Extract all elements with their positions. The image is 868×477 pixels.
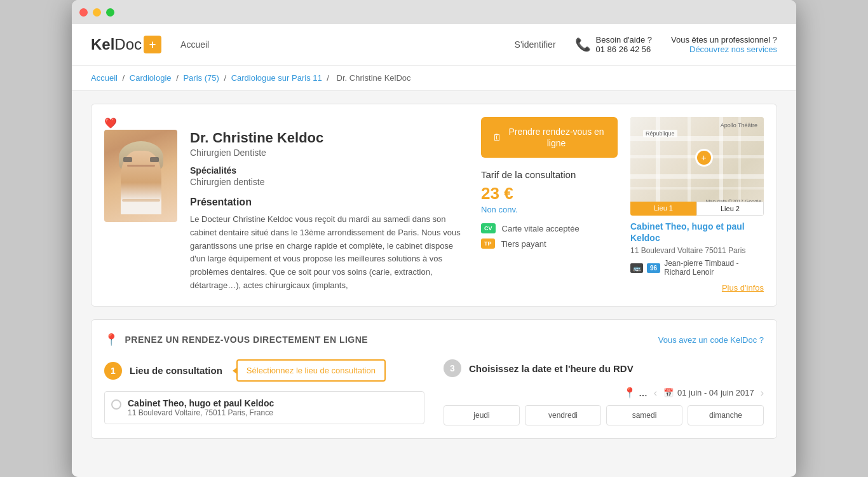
plus-info-row: Plus d'infos	[630, 282, 764, 293]
doctor-specialty-sub: Chirurgien Dentiste	[190, 148, 468, 158]
prev-date-button[interactable]: ‹	[654, 387, 657, 399]
breadcrumb-paris[interactable]: Paris (75)	[183, 73, 219, 83]
tarif-conv: Non conv.	[481, 205, 618, 214]
step3-header: 3 Choisissez la date et l'heure du RDV	[444, 359, 764, 377]
pro-link[interactable]: Découvrez nos services	[671, 45, 777, 54]
select-location-button[interactable]: Sélectionnez le lieu de consultation	[236, 359, 386, 382]
phone-icon: 📞	[575, 37, 591, 52]
breadcrumb-accueil[interactable]: Accueil	[91, 73, 118, 83]
rdv-right: 3 Choisissez la date et l'heure du RDV 📍…	[444, 359, 764, 425]
presentation-text: Le Docteur Christine Keldoc vous reçoit …	[190, 213, 468, 293]
map-background: + République Apollo Théâtre Map data ©20…	[630, 117, 764, 216]
logo[interactable]: KelDoc +	[91, 36, 161, 53]
map-tab-lieu1[interactable]: Lieu 1	[630, 202, 696, 216]
location-option[interactable]: Cabinet Theo, hugo et paul Keldoc 11 Bou…	[104, 391, 424, 424]
plus-info-link[interactable]: Plus d'infos	[722, 283, 764, 293]
transport-row: 🚌 96 Jean-pierre Timbaud - Richard Lenoi…	[630, 259, 764, 277]
heart-icon[interactable]: ❤️	[104, 117, 117, 129]
cabinet-name: Cabinet Theo, hugo et paul Keldoc	[630, 221, 764, 244]
transport-label: Jean-pierre Timbaud - Richard Lenoir	[664, 259, 764, 277]
map-label-republique: République	[643, 130, 677, 137]
rdv-left: 1 Lieu de consultation Sélectionnez le l…	[104, 359, 424, 425]
logo-text: KelDoc	[91, 36, 142, 53]
doctor-name: Dr. Christine Keldoc	[190, 130, 468, 146]
nav-accueil[interactable]: Accueil	[180, 39, 209, 50]
presentation-title: Présentation	[190, 197, 468, 208]
bus-number: 96	[647, 263, 660, 273]
doctor-photo	[104, 130, 177, 293]
pin-small-icon: 📍	[623, 387, 636, 398]
location-option-name: Cabinet Theo, hugo et paul Keldoc	[128, 398, 274, 408]
carte-vitale-row: CV Carte vitale acceptée	[481, 223, 618, 233]
speciality-value: Chirurgien dentiste	[190, 177, 468, 187]
map-pin-icon: +	[695, 149, 713, 167]
bus-icon: 🚌	[630, 263, 643, 273]
step3-title: Choisissez la date et l'heure du RDV	[469, 363, 634, 374]
location-pin-icon: 📍	[104, 333, 119, 347]
phone-number: 01 86 26 42 56	[596, 45, 653, 54]
phone-label: Besoin d'aide ?	[596, 35, 653, 45]
radio-button[interactable]	[111, 399, 121, 410]
tiers-payant-row: TP Tiers payant	[481, 238, 618, 249]
next-date-button[interactable]: ›	[761, 387, 764, 399]
card-left: ❤️	[104, 117, 468, 293]
site-header: KelDoc + Accueil S'identifier 📞 Besoin d…	[72, 24, 796, 66]
day-col-dimanche[interactable]: dimanche	[688, 405, 764, 425]
minimize-button[interactable]	[93, 8, 101, 17]
breadcrumb: Accueil / Cardiologie / Paris (75) / Car…	[72, 66, 796, 91]
doctor-card: ❤️	[91, 104, 777, 307]
bubble-arrow	[233, 367, 238, 375]
day-col-vendredi[interactable]: vendredi	[525, 405, 601, 425]
step1-number: 1	[104, 362, 122, 380]
speciality-label: Spécialités	[190, 165, 468, 176]
breadcrumb-cardiologie[interactable]: Cardiologie	[130, 73, 172, 83]
day-col-samedi[interactable]: samedi	[606, 405, 682, 425]
map-container[interactable]: + République Apollo Théâtre Map data ©20…	[630, 117, 764, 216]
tarif-title: Tarif de la consultation	[481, 169, 618, 180]
date-header: 📍 ... ‹ 📅 01 juin - 04 juin 2017 ›	[444, 387, 764, 399]
keldoc-code-link[interactable]: Vous avez un code KelDoc ?	[658, 335, 764, 345]
phone-section: 📞 Besoin d'aide ? 01 86 26 42 56	[575, 35, 653, 54]
carte-vitale-badge: CV	[481, 223, 496, 233]
close-button[interactable]	[79, 8, 88, 17]
location-option-addr: 11 Boulevard Voltaire, 75011 Paris, Fran…	[128, 408, 274, 417]
step1-header: 1 Lieu de consultation Sélectionnez le l…	[104, 359, 424, 382]
day-col-jeudi[interactable]: jeudi	[444, 405, 520, 425]
map-label-apollo: Apollo Théâtre	[721, 122, 757, 128]
calendar-icon: 📅	[663, 388, 674, 398]
phone-info: Besoin d'aide ? 01 86 26 42 56	[596, 35, 653, 54]
doctor-info: Dr. Christine Keldoc Chirurgien Dentiste…	[190, 123, 468, 293]
card-right: + République Apollo Théâtre Map data ©20…	[630, 117, 764, 293]
header-left: KelDoc + Accueil	[91, 36, 209, 53]
date-location-text: 📍 ...	[623, 387, 648, 399]
breadcrumb-current: Dr. Christine KelDoc	[337, 73, 411, 83]
days-row: jeudi vendredi samedi dimanche	[444, 405, 764, 425]
pro-label: Vous êtes un professionnel ?	[671, 35, 777, 45]
location-option-info: Cabinet Theo, hugo et paul Keldoc 11 Bou…	[128, 398, 274, 417]
header-right: S'identifier 📞 Besoin d'aide ? 01 86 26 …	[515, 35, 777, 54]
step1-title: Lieu de consultation	[130, 365, 222, 376]
tiers-payant-badge: TP	[481, 238, 495, 249]
pro-section: Vous êtes un professionnel ? Découvrez n…	[671, 35, 777, 54]
map-tabs: Lieu 1 Lieu 2	[630, 202, 764, 216]
browser-titlebar	[72, 0, 796, 24]
rdv-title: 📍 PRENEZ UN RENDEZ-VOUS DIRECTEMENT EN L…	[104, 333, 368, 347]
calendar-plus-icon: 🗓	[492, 132, 501, 143]
card-center: 🗓 Prendre rendez-vous en ligne Tarif de …	[481, 117, 618, 293]
book-appointment-button[interactable]: 🗓 Prendre rendez-vous en ligne	[481, 117, 618, 158]
breadcrumb-cardiologue-paris11[interactable]: Cardiologue sur Paris 11	[231, 73, 322, 83]
rdv-body: 1 Lieu de consultation Sélectionnez le l…	[104, 359, 764, 425]
rdv-header: 📍 PRENEZ UN RENDEZ-VOUS DIRECTEMENT EN L…	[104, 333, 764, 347]
tarif-price: 23 €	[481, 184, 618, 204]
step3-number: 3	[444, 359, 461, 377]
logo-plus-icon: +	[144, 36, 161, 53]
main-content: ❤️	[72, 91, 796, 452]
tiers-payant-label: Tiers payant	[501, 239, 546, 249]
maximize-button[interactable]	[106, 8, 114, 17]
cabinet-address: 11 Boulevard Voltaire 75011 Paris	[630, 246, 764, 255]
map-tab-lieu2[interactable]: Lieu 2	[696, 202, 764, 216]
carte-vitale-label: Carte vitale acceptée	[502, 224, 580, 233]
rdv-section: 📍 PRENEZ UN RENDEZ-VOUS DIRECTEMENT EN L…	[91, 319, 777, 439]
s-identifier-link[interactable]: S'identifier	[515, 39, 556, 50]
date-range: 📅 01 juin - 04 juin 2017	[663, 388, 754, 398]
